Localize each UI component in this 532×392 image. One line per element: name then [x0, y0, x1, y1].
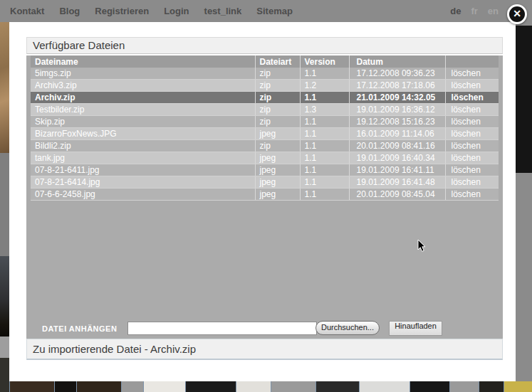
gallery-thumbnail: [410, 381, 449, 392]
table-row[interactable]: tank.jpgjpeg1.119.01.2009 16:40.34lösche…: [31, 152, 499, 164]
file-date-cell: 19.01.2009 16:41.48: [349, 176, 445, 189]
nav-item-registrieren[interactable]: Registrieren: [95, 6, 149, 16]
file-type-cell: jpeg: [255, 189, 300, 201]
file-date-cell: 20.01.2009 08:41.16: [349, 140, 445, 152]
file-version-cell: 1.1: [300, 92, 349, 104]
file-dialog: Verfügbare Dateien DateinameDateiartVers…: [9, 22, 516, 381]
table-row[interactable]: 07-8-21-6411.jpgjpeg1.119.01.2009 16:41.…: [31, 164, 499, 176]
file-type-cell: zip: [255, 92, 300, 104]
file-table-body: 5imgs.zipzip1.117.12.2008 09:36.23lösche…: [31, 68, 499, 201]
gallery-thumbnail: [236, 381, 271, 392]
background-light-sliver: [0, 337, 9, 358]
file-version-cell: 1.3: [300, 104, 349, 116]
background-dark-photo-sliver: [0, 256, 9, 337]
file-table-panel: DateinameDateiartVersionDatum 5imgs.zipz…: [26, 55, 503, 339]
language-link-en[interactable]: en: [488, 6, 499, 16]
delete-link[interactable]: löschen: [445, 164, 499, 176]
delete-link[interactable]: löschen: [445, 92, 499, 104]
file-date-cell: 20.01.2009 08:45.04: [349, 189, 445, 201]
file-version-cell: 1.1: [300, 189, 349, 201]
language-link-fr[interactable]: fr: [471, 6, 477, 16]
table-row[interactable]: 07-6-6-2458.jpgjpeg1.120.01.2009 08:45.0…: [31, 189, 499, 201]
column-header-Datum: Datum: [349, 55, 445, 68]
nav-item-blog[interactable]: Blog: [59, 6, 80, 16]
attach-file-label: DATEI ANHÄNGEN: [42, 324, 117, 333]
file-name-cell: 5imgs.zip: [31, 68, 255, 80]
delete-link[interactable]: löschen: [445, 116, 499, 128]
nav-item-sitemap[interactable]: Sitemap: [256, 6, 293, 16]
file-name-cell: Archiv3.zip: [31, 80, 255, 92]
mouse-cursor-icon: [417, 239, 426, 253]
upload-button[interactable]: Hinaufladen: [389, 321, 442, 336]
file-name-cell: 07-8-21-6411.jpg: [31, 164, 255, 176]
file-type-cell: jpeg: [255, 176, 300, 189]
file-table: DateinameDateiartVersionDatum 5imgs.zipz…: [31, 55, 499, 201]
table-row[interactable]: Testbilder.zipzip1.319.01.2009 16:36.12l…: [31, 104, 499, 116]
delete-link[interactable]: löschen: [445, 80, 499, 92]
gallery-thumbnail: [271, 381, 315, 392]
delete-link[interactable]: löschen: [445, 176, 499, 189]
file-date-cell: 19.12.2008 15:16.23: [349, 116, 445, 128]
delete-link[interactable]: löschen: [445, 189, 499, 201]
browse-button[interactable]: Durchsuchen...: [315, 321, 380, 335]
file-name-cell: Testbilder.zip: [31, 104, 255, 116]
file-date-cell: 17.12.2008 17:18.06: [349, 80, 445, 92]
language-link-de[interactable]: de: [450, 6, 461, 16]
delete-link[interactable]: löschen: [445, 128, 499, 140]
table-row[interactable]: 5imgs.zipzip1.117.12.2008 09:36.23lösche…: [31, 68, 499, 80]
table-row[interactable]: Archiv.zipzip1.121.01.2009 14:32.05lösch…: [31, 92, 499, 104]
delete-link[interactable]: löschen: [445, 104, 499, 116]
file-type-cell: jpeg: [255, 128, 300, 140]
file-type-cell: zip: [255, 116, 300, 128]
table-header-row: DateinameDateiartVersionDatum: [31, 55, 499, 68]
file-version-cell: 1.2: [300, 80, 349, 92]
close-icon[interactable]: ✕: [507, 4, 527, 24]
file-date-cell: 19.01.2009 16:36.12: [349, 104, 445, 116]
column-header-Dateiart: Dateiart: [255, 55, 300, 68]
nav-item-test_link[interactable]: test_link: [204, 6, 242, 16]
file-date-cell: 16.01.2009 11:14.06: [349, 128, 445, 140]
gallery-thumbnail: [121, 381, 143, 392]
language-switcher: defren: [450, 0, 499, 22]
file-date-cell: 19.01.2009 16:41.11: [349, 164, 445, 176]
table-row[interactable]: BizarroFoxNews.JPGjpeg1.116.01.2009 11:1…: [31, 128, 499, 140]
table-row[interactable]: Bildli2.zipzip1.120.01.2009 08:41.16lösc…: [31, 140, 499, 152]
gallery-thumbnail: [54, 381, 76, 392]
file-path-input[interactable]: [127, 322, 317, 335]
file-type-cell: zip: [255, 104, 300, 116]
gallery-thumbnail: [185, 381, 236, 392]
file-date-cell: 17.12.2008 09:36.23: [349, 68, 445, 80]
table-row[interactable]: Archiv3.zipzip1.217.12.2008 17:18.06lösc…: [31, 80, 499, 92]
background-black-region: [516, 26, 532, 173]
column-header-Version: Version: [300, 55, 349, 68]
background-photo-sliver: [0, 22, 9, 153]
delete-link[interactable]: löschen: [445, 152, 499, 164]
file-version-cell: 1.1: [300, 68, 349, 80]
file-type-cell: jpeg: [255, 164, 300, 176]
gallery-thumbnail: [479, 381, 504, 392]
gallery-thumbnail: [504, 381, 532, 392]
attach-file-row: DATEI ANHÄNGEN Durchsuchen... Hinauflade…: [26, 320, 503, 337]
nav-item-kontakt[interactable]: Kontakt: [10, 6, 44, 16]
file-type-cell: zip: [255, 80, 300, 92]
file-name-cell: tank.jpg: [31, 152, 255, 164]
background-thumb-sliver: [0, 358, 9, 392]
file-version-cell: 1.1: [300, 164, 349, 176]
table-row[interactable]: 07-8-21-6414.jpgjpeg1.119.01.2009 16:41.…: [31, 176, 499, 189]
nav-item-login[interactable]: Login: [164, 6, 189, 16]
file-date-cell: 21.01.2009 14:32.05: [349, 92, 445, 104]
delete-link[interactable]: löschen: [445, 140, 499, 152]
gallery-thumbnail: [449, 381, 479, 392]
file-name-cell: BizarroFoxNews.JPG: [31, 128, 255, 140]
table-row[interactable]: Skip.zipzip1.119.12.2008 15:16.23löschen: [31, 116, 499, 128]
gallery-thumbnail: [76, 381, 121, 392]
thumbnail-strip: [9, 381, 532, 392]
file-version-cell: 1.1: [300, 128, 349, 140]
column-header-Dateiname: Dateiname: [31, 55, 255, 68]
file-version-cell: 1.1: [300, 116, 349, 128]
file-version-cell: 1.1: [300, 152, 349, 164]
file-type-cell: zip: [255, 140, 300, 152]
gallery-thumbnail: [9, 381, 54, 392]
gallery-thumbnail: [143, 381, 185, 392]
delete-link[interactable]: löschen: [445, 68, 499, 80]
